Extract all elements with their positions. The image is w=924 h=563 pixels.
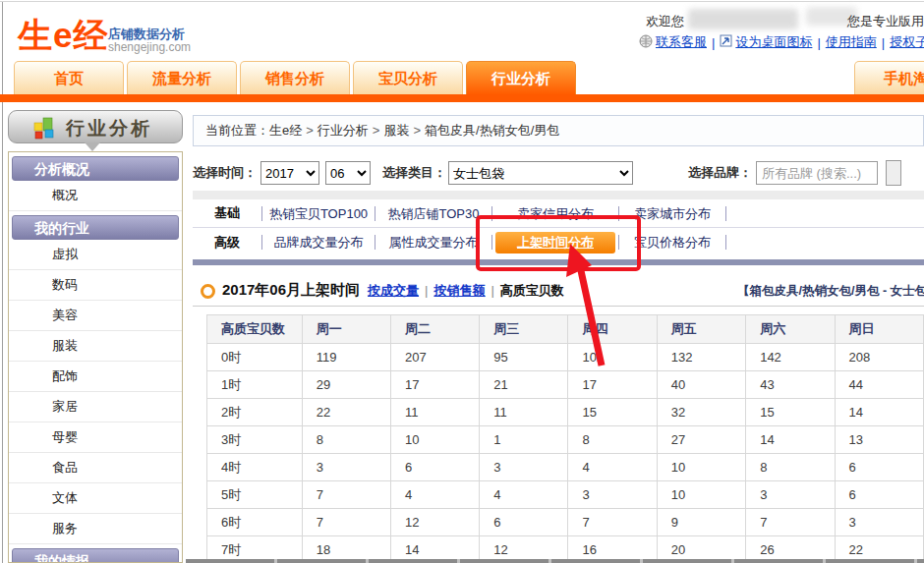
nav-tab[interactable]: 行业分析 bbox=[466, 61, 576, 94]
sidebar-title-badge: 行业分析 bbox=[8, 110, 183, 143]
table-cell: 10 bbox=[657, 454, 745, 481]
tab-menu-link[interactable]: 热销店铺TOP30 bbox=[388, 206, 480, 221]
sidebar-item[interactable]: 美容 bbox=[9, 301, 182, 331]
table-cell: 17 bbox=[568, 371, 657, 399]
tab-menu-cell: 热销宝贝TOP100 bbox=[262, 204, 375, 223]
table-header-cell: 周一 bbox=[302, 315, 390, 344]
link-authorize-subaccount[interactable]: 授权子账号 bbox=[890, 33, 924, 51]
breadcrumb-prefix: 当前位置： bbox=[205, 123, 269, 138]
tab-menu-link[interactable]: 卖家信用分布 bbox=[517, 206, 594, 221]
sidebar-item[interactable]: 家居 bbox=[9, 392, 182, 422]
table-cell: 6 bbox=[480, 509, 568, 536]
nav-tab[interactable]: 销售分析 bbox=[240, 61, 350, 94]
brand-search-input[interactable] bbox=[756, 161, 878, 185]
nav-tab[interactable]: 手机淘宝 bbox=[854, 61, 924, 94]
sidebar-section-header: 我的情报 bbox=[12, 548, 179, 563]
breadcrumb: 当前位置：生e经>行业分析>服装>箱包皮具/热销女包/男包 bbox=[193, 115, 924, 146]
nav-tab[interactable]: 首页 bbox=[14, 61, 124, 94]
breadcrumb-segment[interactable]: 行业分析 bbox=[318, 123, 369, 138]
breadcrumb-segment[interactable]: 服装 bbox=[383, 123, 409, 138]
time-filter-label: 选择时间： bbox=[193, 164, 257, 182]
tab-menu-cell: 宝贝价格分布 bbox=[619, 233, 725, 252]
breadcrumb-separator: > bbox=[306, 123, 314, 138]
table-cell: 3 bbox=[835, 509, 923, 536]
table-header-row: 高质宝贝数周一周二周三周四周五周六周日 bbox=[207, 315, 924, 344]
sidebar-item[interactable]: 母婴 bbox=[9, 422, 182, 453]
table-row-label: 0时 bbox=[207, 344, 303, 371]
table-header-cell: 高质宝贝数 bbox=[207, 315, 303, 344]
tab-shelf-time-distribution-active[interactable]: 上架时间分布 bbox=[495, 232, 615, 253]
table-row: 2时22111115321514 bbox=[207, 399, 924, 426]
table-cell: 6 bbox=[835, 454, 923, 481]
table-cell: 6 bbox=[390, 454, 479, 481]
table-cell: 32 bbox=[657, 399, 745, 426]
table-cell: 27 bbox=[657, 426, 745, 454]
table-row-label: 3时 bbox=[207, 426, 303, 454]
table-row: 0时11920795101132142208 bbox=[207, 344, 924, 371]
breadcrumb-segment[interactable]: 生e经 bbox=[269, 123, 302, 138]
sort-by-sales-link[interactable]: 按销售额 bbox=[433, 282, 485, 300]
tab-menu-link[interactable]: 品牌成交量分布 bbox=[274, 235, 364, 250]
table-cell: 132 bbox=[657, 344, 745, 371]
link-contact-support[interactable]: 联系客服 bbox=[656, 33, 707, 51]
tab-menu-link[interactable]: 宝贝价格分布 bbox=[634, 235, 711, 250]
table-cell: 14 bbox=[835, 399, 923, 426]
table-cell: 3 bbox=[480, 454, 568, 481]
tab-menu-bottom-bar bbox=[193, 259, 924, 265]
link-set-desktop-icon[interactable]: 设为桌面图标 bbox=[735, 33, 812, 51]
sort-by-volume-link[interactable]: 按成交量 bbox=[368, 282, 419, 300]
table-cell: 13 bbox=[835, 426, 923, 454]
table-row: 5时74431036 bbox=[207, 481, 924, 509]
separator bbox=[877, 35, 890, 50]
advanced-row-label: 高级 bbox=[193, 234, 261, 252]
table-header-cell: 周六 bbox=[746, 315, 835, 344]
nav-tabs: 首页流量分析销售分析宝贝分析行业分析手机淘宝 bbox=[14, 61, 576, 94]
month-select[interactable]: 06 bbox=[325, 161, 371, 185]
report-title-row: 2017年06月上架时间 按成交量 按销售额 高质宝贝数 【箱包皮具/热销女包/… bbox=[193, 276, 924, 306]
table-cell: 40 bbox=[657, 371, 745, 399]
page-title: 2017年06月上架时间 bbox=[222, 281, 360, 300]
sidebar-item[interactable]: 配饰 bbox=[9, 362, 182, 392]
category-filter-label: 选择类目： bbox=[382, 164, 446, 182]
welcome-text: 欢迎您 bbox=[646, 13, 684, 30]
table-cell: 101 bbox=[568, 344, 657, 371]
globe-icon bbox=[639, 34, 653, 51]
table-row-label: 5时 bbox=[207, 481, 303, 509]
cutoff-scroll-strip[interactable] bbox=[186, 559, 924, 563]
tab-menu-cell: 卖家城市分布 bbox=[619, 204, 725, 223]
table-cell: 9 bbox=[657, 509, 745, 536]
table-cell: 29 bbox=[302, 371, 390, 399]
category-select[interactable]: 女士包袋 bbox=[448, 161, 633, 185]
nav-tab[interactable]: 流量分析 bbox=[127, 61, 237, 94]
table-cell: 7 bbox=[568, 509, 657, 536]
table-header-cell: 周日 bbox=[835, 315, 923, 344]
tab-menu-link[interactable]: 属性成交量分布 bbox=[389, 235, 479, 250]
divider-line bbox=[193, 306, 924, 307]
table-cell: 15 bbox=[568, 399, 657, 426]
table-cell: 3 bbox=[746, 481, 835, 509]
tab-menu-cell: 卖家信用分布 bbox=[492, 204, 618, 223]
sidebar-item[interactable]: 概况 bbox=[9, 181, 182, 211]
tab-menu-link[interactable]: 卖家城市分布 bbox=[634, 206, 711, 221]
table-cell: 7 bbox=[302, 509, 390, 536]
link-user-guide[interactable]: 使用指南 bbox=[826, 33, 877, 51]
table-cell: 44 bbox=[835, 371, 923, 399]
table-cell: 3 bbox=[302, 454, 390, 481]
nav-tab[interactable]: 宝贝分析 bbox=[353, 61, 463, 94]
tab-menu-link[interactable]: 热销宝贝TOP100 bbox=[269, 206, 368, 221]
sidebar-item[interactable]: 数码 bbox=[9, 270, 182, 301]
table-header-cell: 周二 bbox=[390, 315, 479, 344]
separator bbox=[485, 283, 499, 298]
bullet-icon bbox=[201, 284, 215, 299]
brand-search-button-cutoff[interactable] bbox=[886, 160, 901, 186]
sidebar-item[interactable]: 虚拟 bbox=[9, 240, 182, 270]
sidebar-item[interactable]: 文体 bbox=[9, 483, 182, 514]
table-cell: 14 bbox=[746, 426, 835, 454]
sidebar-item[interactable]: 食品 bbox=[9, 453, 182, 483]
breadcrumb-path: 生e经>行业分析>服装>箱包皮具/热销女包/男包 bbox=[269, 123, 559, 138]
sidebar-item[interactable]: 服务 bbox=[9, 514, 182, 544]
sidebar-item[interactable]: 服装 bbox=[9, 331, 182, 362]
year-select[interactable]: 2017 bbox=[260, 161, 319, 185]
table-cell: 207 bbox=[390, 344, 479, 371]
separator bbox=[707, 35, 720, 50]
